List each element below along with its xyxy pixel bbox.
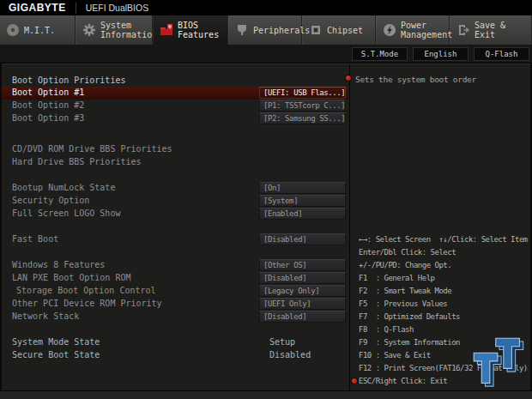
value-boot-option-1[interactable]: [UEFI: USB Flas...] xyxy=(259,87,346,99)
english-button[interactable]: English xyxy=(413,47,469,61)
tab-label: M.I.T. xyxy=(24,26,55,35)
status-value-system-mode-state: Setup xyxy=(269,337,295,347)
setting-label: System Mode State xyxy=(12,337,100,347)
plug-icon xyxy=(235,23,249,37)
row-network-stack[interactable]: Network Stack[Disabled] xyxy=(2,311,348,323)
help-panel: Sets the system boot order ←→: Select Sc… xyxy=(349,64,530,390)
gear-icon xyxy=(82,23,96,37)
red-dot-icon xyxy=(346,76,351,81)
setting-label: Security Option xyxy=(12,196,89,205)
bottom-strip xyxy=(0,390,532,399)
key-hint: F1 : General Help xyxy=(354,272,529,285)
row-storage-boot-option-control[interactable]: Storage Boot Option Control[Legacy Only] xyxy=(2,285,348,298)
value-security-option[interactable]: [System] xyxy=(259,195,346,207)
setting-label: Other PCI Device ROM Priority xyxy=(12,299,162,308)
row-security-option[interactable]: Security Option[System] xyxy=(2,195,348,208)
key-hint: +/-/PU/PD: Change Opt. xyxy=(354,259,529,272)
value-network-stack[interactable]: [Disabled] xyxy=(259,311,346,323)
spacer xyxy=(2,221,348,233)
red-folder-icon xyxy=(160,23,173,37)
value-windows-8-features[interactable]: [Other OS] xyxy=(259,259,346,271)
row-full-screen-logo-show[interactable]: Full Screen LOGO Show[Enabled] xyxy=(2,208,348,221)
tab-label: BIOS Features xyxy=(178,21,219,39)
bios-screen: GIGABYTE UEFI DualBIOS M.I.T.System Info… xyxy=(0,0,532,399)
value-storage-boot-option-control[interactable]: [Legacy Only] xyxy=(259,285,346,297)
product-title: UEFI DualBIOS xyxy=(86,3,149,13)
tweaktown-watermark xyxy=(471,337,528,389)
mit-dial-icon xyxy=(6,23,20,37)
setting-label: Full Screen LOGO Show xyxy=(12,209,120,218)
title-bar: GIGABYTE UEFI DualBIOS xyxy=(0,0,532,15)
setting-label: Network Stack xyxy=(12,311,79,321)
tab-system-information[interactable]: System Information xyxy=(76,15,153,45)
row-bootup-numlock-state[interactable]: Bootup NumLock State[On] xyxy=(2,182,348,195)
help-description: Sets the system boot order xyxy=(355,75,476,84)
value-fast-boot[interactable]: [Disabled] xyxy=(259,233,346,245)
value-lan-pxe-boot-option-rom[interactable]: [Disabled] xyxy=(259,272,346,284)
tab-bar: M.I.T.System InformationBIOS FeaturesPer… xyxy=(0,15,532,45)
key-hint: F7 : Optimized Defaults xyxy=(354,311,529,323)
tab-m-i-t[interactable]: M.I.T. xyxy=(0,15,76,45)
exit-door-icon xyxy=(456,23,470,37)
key-hint: ←→: Select Screen ↑↓/Click: Select Item xyxy=(354,233,529,246)
tab-label: Save & Exit xyxy=(475,21,531,39)
setting-label: Secure Boot State xyxy=(12,350,100,360)
key-hint: Enter/Dbl Click: Select xyxy=(354,246,529,259)
spacer xyxy=(2,246,348,259)
row-boot-option-priorities: Boot Option Priorities xyxy=(2,75,348,87)
tab-save-exit[interactable]: Save & Exit xyxy=(450,15,532,45)
settings-list: Boot Option PrioritiesBoot Option #1[UEF… xyxy=(2,64,348,390)
row-boot-option-3[interactable]: Boot Option #3[P2: Samsung SS...] xyxy=(2,112,348,125)
tab-peripherals[interactable]: Peripherals xyxy=(228,15,302,45)
status-value-secure-boot-state: Disabled xyxy=(269,350,311,360)
setting-label: CD/DVD ROM Drive BBS Priorities xyxy=(12,144,172,154)
setting-label: Boot Option #2 xyxy=(12,100,84,110)
tab-label: Power Management xyxy=(401,21,452,39)
tab-chipset[interactable]: Chipset xyxy=(302,15,376,45)
title-divider xyxy=(76,3,76,14)
spacer xyxy=(2,125,348,143)
row-other-pci-device-rom-priority[interactable]: Other PCI Device ROM Priority[UEFI Only] xyxy=(2,298,348,311)
settings-area: Boot Option PrioritiesBoot Option #1[UEF… xyxy=(2,63,530,390)
power-bolt-icon xyxy=(383,23,396,37)
tab-power-management[interactable]: Power Management xyxy=(376,15,450,45)
row-system-mode-state: System Mode StateSetup xyxy=(2,336,348,349)
tab-bios-features[interactable]: BIOS Features xyxy=(153,15,228,45)
tab-label: Chipset xyxy=(327,26,363,35)
q-flash-button[interactable]: Q-Flash xyxy=(474,47,529,61)
value-other-pci-device-rom-priority[interactable]: [UEFI Only] xyxy=(259,298,346,310)
row-fast-boot[interactable]: Fast Boot[Disabled] xyxy=(2,233,348,246)
s-t-mode-button[interactable]: S.T.Mode xyxy=(352,47,408,61)
value-boot-option-2[interactable]: [P1: TSSTcorp C...] xyxy=(259,100,346,112)
setting-label: Boot Option #3 xyxy=(12,113,84,123)
row-secure-boot-state: Secure Boot StateDisabled xyxy=(2,349,348,362)
row-boot-option-2[interactable]: Boot Option #2[P1: TSSTcorp C...] xyxy=(2,100,348,112)
setting-label: Hard Drive BBS Priorities xyxy=(12,157,142,166)
key-hint: F8 : Q-Flash xyxy=(354,323,529,336)
row-boot-option-1[interactable]: Boot Option #1[UEFI: USB Flas...] xyxy=(2,87,348,100)
chip-icon xyxy=(309,23,323,37)
value-boot-option-3[interactable]: [P2: Samsung SS...] xyxy=(259,112,346,124)
setting-label: Storage Boot Option Control xyxy=(16,286,156,295)
setting-label: LAN PXE Boot Option ROM xyxy=(12,273,130,282)
key-hint: F5 : Previous Values xyxy=(354,298,529,311)
row-hard-drive-bbs-priorities[interactable]: Hard Drive BBS Priorities xyxy=(2,156,348,169)
setting-label: Bootup NumLock State xyxy=(12,183,115,192)
setting-label: Windows 8 Features xyxy=(12,260,105,269)
setting-label: Boot Option Priorities xyxy=(12,76,125,85)
setting-label: Boot Option #1 xyxy=(12,88,84,97)
row-cd-dvd-rom-drive-bbs-priorities[interactable]: CD/DVD ROM Drive BBS Priorities xyxy=(2,143,348,156)
spacer xyxy=(2,169,348,182)
red-dot-icon xyxy=(352,378,357,384)
spacer xyxy=(2,323,348,336)
quick-bar: S.T.ModeEnglishQ-Flash xyxy=(0,45,532,63)
setting-label: Fast Boot xyxy=(12,234,58,244)
gigabyte-logo: GIGABYTE xyxy=(9,2,66,14)
row-lan-pxe-boot-option-rom[interactable]: LAN PXE Boot Option ROM[Disabled] xyxy=(2,272,348,285)
tab-label: System Information xyxy=(100,21,157,39)
row-windows-8-features[interactable]: Windows 8 Features[Other OS] xyxy=(2,259,348,272)
key-hint: F2 : Smart Tweak Mode xyxy=(354,285,529,298)
value-full-screen-logo-show[interactable]: [Enabled] xyxy=(259,208,346,220)
value-bootup-numlock-state[interactable]: [On] xyxy=(259,182,346,194)
